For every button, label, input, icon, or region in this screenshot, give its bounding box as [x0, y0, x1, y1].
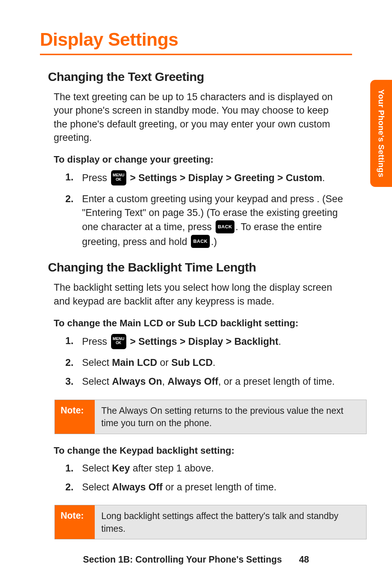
footer-section: Section 1B: Controlling Your Phone's Set…	[83, 554, 282, 564]
step-item: Press MENUOK > Settings > Display > Gree…	[65, 170, 345, 187]
step-item: Enter a custom greeting using your keypa…	[65, 192, 345, 249]
proc-lead-greeting: To display or change your greeting:	[54, 154, 359, 165]
steps-keypad: Select Key after step 1 above. Select Al…	[65, 461, 345, 494]
back-key-icon: BACK	[191, 235, 210, 248]
bold-term: Main LCD	[112, 357, 158, 368]
steps-greeting: Press MENUOK > Settings > Display > Gree…	[65, 170, 345, 249]
step-text: , or a preset length of time.	[218, 376, 335, 387]
side-tab: Your Phone's Settings	[370, 80, 392, 187]
back-key-icon: BACK	[216, 220, 234, 233]
steps-lcd: Press MENUOK > Settings > Display > Back…	[65, 334, 345, 389]
step-text: or a preset length of time.	[163, 482, 277, 493]
note-body: Long backlight settings affect the batte…	[95, 505, 366, 539]
step-text: .	[322, 172, 325, 183]
title-rule	[40, 54, 352, 55]
intro-backlight: The backlight setting lets you select ho…	[54, 281, 345, 308]
bold-term: Sub LCD	[171, 357, 213, 368]
step-item: Select Key after step 1 above.	[65, 461, 345, 475]
note-box: Note: Long backlight settings affect the…	[54, 505, 367, 539]
step-item: Select Always Off or a preset length of …	[65, 480, 345, 494]
page-title: Display Settings	[40, 29, 359, 50]
step-text: after step 1 above.	[130, 463, 214, 474]
bold-term: Key	[112, 463, 130, 474]
step-text: Select	[82, 376, 112, 387]
step-text: or	[157, 357, 171, 368]
step-text: Select	[82, 482, 112, 493]
step-text: Press	[82, 336, 110, 347]
step-text: ,	[162, 376, 168, 387]
note-box: Note: The Always On setting returns to t…	[54, 400, 367, 434]
menu-path: > Settings > Display > Greeting > Custom	[127, 172, 322, 183]
menu-ok-key-icon: MENUOK	[111, 170, 126, 185]
note-label: Note:	[55, 400, 95, 434]
step-text: .	[213, 357, 216, 368]
footer-page-number: 48	[299, 554, 309, 564]
intro-text-greeting: The text greeting can be up to 15 charac…	[54, 90, 345, 144]
heading-text-greeting: Changing the Text Greeting	[48, 70, 359, 84]
note-body: The Always On setting returns to the pre…	[95, 400, 366, 434]
step-item: Select Main LCD or Sub LCD.	[65, 356, 345, 369]
menu-path: > Settings > Display > Backlight	[127, 336, 278, 347]
step-text: Select	[82, 357, 112, 368]
note-label: Note:	[55, 505, 95, 539]
step-text: .	[278, 336, 281, 347]
heading-backlight: Changing the Backlight Time Length	[48, 260, 359, 274]
step-item: Select Always On, Always Off, or a prese…	[65, 375, 345, 388]
side-tab-label: Your Phone's Settings	[376, 89, 386, 177]
proc-lead-lcd: To change the Main LCD or Sub LCD backli…	[54, 318, 359, 329]
step-text: .)	[211, 236, 217, 247]
page-footer: Section 1B: Controlling Your Phone's Set…	[0, 554, 392, 565]
menu-ok-key-icon: MENUOK	[111, 334, 126, 349]
bold-term: Always Off	[168, 376, 219, 387]
bold-term: Always On	[112, 376, 162, 387]
step-text: Press	[82, 172, 110, 183]
step-text: Select	[82, 463, 112, 474]
bold-term: Always Off	[112, 482, 163, 493]
proc-lead-keypad: To change the Keypad backlight setting:	[54, 445, 359, 456]
step-item: Press MENUOK > Settings > Display > Back…	[65, 334, 345, 351]
